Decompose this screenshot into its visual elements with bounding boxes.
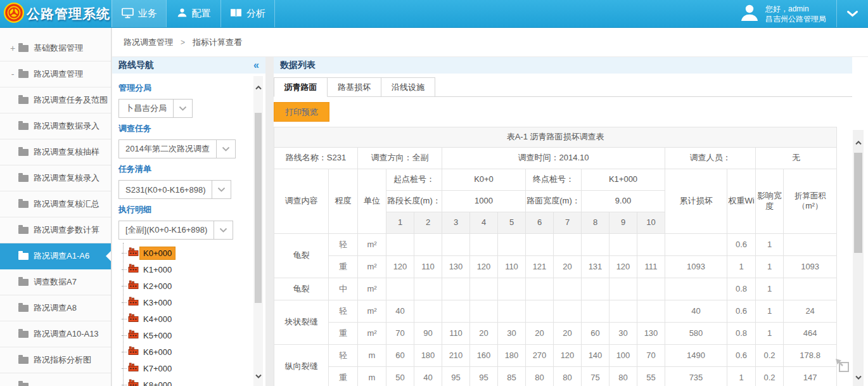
tree-item-stake[interactable]: K3+000	[122, 294, 250, 311]
folder-icon	[18, 97, 29, 104]
scrollbar-thumb[interactable]	[255, 113, 262, 303]
route-navigation-header: 路线导航 «	[112, 57, 265, 74]
tree-expander-icon[interactable]: -	[8, 69, 17, 79]
folder-icon	[18, 201, 29, 208]
tree-item-stake[interactable]: K8+000	[122, 376, 250, 386]
impact-width-cell: 1	[756, 323, 784, 345]
segment-value-cell: 100	[610, 345, 637, 367]
tree-item-stake[interactable]: K7+000	[122, 360, 250, 376]
chevron-down-icon[interactable]	[212, 181, 231, 198]
management-branch-select[interactable]: 卜昌吉分局	[118, 99, 193, 118]
print-preview-button[interactable]: 打印预览	[274, 102, 329, 122]
weight-cell: 0.6	[727, 345, 756, 367]
navbar-menu-item[interactable]: 业务	[112, 0, 166, 27]
tree-item-stake[interactable]: K1+000	[122, 261, 250, 278]
scroll-up-icon[interactable]	[255, 81, 262, 93]
sidebar-item[interactable]: 路况调查复核汇总	[0, 191, 111, 217]
user-organization: 昌吉州公路管理局	[765, 14, 826, 24]
stake-label: K5+000	[140, 330, 175, 342]
scroll-down-icon[interactable]	[855, 371, 862, 382]
navbar-menu-item[interactable]: 配置	[166, 0, 220, 27]
sidebar-item[interactable]: 路况指标分析图	[0, 347, 111, 373]
sidebar-item[interactable]: +基础数据管理	[0, 35, 111, 61]
sidebar-item[interactable]: 路况调查数据录入	[0, 113, 111, 139]
sidebar-item-label: 路况调查复核录入	[34, 172, 99, 184]
content-col-header: 调查内容	[274, 169, 329, 234]
tree-item-stake[interactable]: K2+000	[122, 278, 250, 294]
tab-active[interactable]: 沥青路面	[274, 77, 328, 97]
cumulative-col-header: 累计损坏	[665, 169, 727, 234]
navbar-menu-item[interactable]: 分析	[220, 0, 275, 27]
folder-icon	[18, 149, 29, 156]
segment-value-cell	[610, 300, 637, 323]
tree-item-stake[interactable]: K0+000	[122, 245, 250, 261]
impact-width-cell: 0.2	[756, 367, 784, 386]
segment-value-cell: 30	[610, 323, 637, 345]
segment-value-cell: 20	[526, 323, 554, 345]
tab-item[interactable]: 沿线设施	[381, 77, 435, 97]
sidebar-item[interactable]: 路况调查任务及范围	[0, 87, 111, 113]
scrollbar-thumb[interactable]	[854, 153, 862, 253]
survey-task-select[interactable]: 2014年第二次路况调查	[118, 139, 236, 158]
sidebar-item[interactable]: 调查数据A7	[0, 269, 111, 295]
sidebar-item[interactable]: 路况调查A8	[0, 295, 111, 321]
sidebar-item[interactable]: -路况调查管理	[0, 61, 111, 87]
segment-value-cell: 120	[470, 256, 498, 278]
stake-label: K4+000	[140, 313, 175, 325]
tree-item-stake[interactable]: K4+000	[122, 311, 250, 327]
task-list-select[interactable]: S231(K0+0-K16+898)	[118, 180, 231, 199]
execution-detail-select[interactable]: [全副](K0+0-K16+898)	[118, 221, 233, 240]
sidebar-item[interactable]: 路况调查复核录入	[0, 165, 111, 191]
scroll-down-icon[interactable]	[255, 370, 262, 381]
weight-cell: 1	[727, 256, 756, 278]
table-row: 龟裂中m²0.81	[274, 278, 837, 300]
weight-cell: 1	[727, 367, 756, 386]
tab-bar: 沥青路面路基损坏沿线设施	[274, 77, 852, 97]
impact-width-cell: 0.2	[756, 345, 784, 367]
unit-cell: m²	[358, 256, 386, 278]
sidebar-item[interactable]: 路况调查复核抽样	[0, 139, 111, 165]
sidebar-item[interactable]	[0, 373, 111, 386]
collapse-panel-icon[interactable]: «	[253, 60, 259, 70]
brand: 公路管理系统	[0, 0, 112, 27]
tree-connector	[122, 352, 127, 352]
scroll-up-icon[interactable]	[855, 136, 862, 148]
folder-icon	[18, 305, 29, 312]
breadcrumb-item[interactable]: 路况调查管理	[124, 37, 173, 48]
main-scrollbar[interactable]	[853, 130, 864, 386]
tree-item-stake[interactable]: K6+000	[122, 344, 250, 360]
chevron-down-icon[interactable]	[173, 100, 192, 117]
sidebar-menu: +基础数据管理-路况调查管理路况调查任务及范围路况调查数据录入路况调查复核抽样路…	[0, 28, 112, 386]
segment-value-cell: 160	[470, 345, 498, 367]
sidebar-item[interactable]: 路况调查A10-A13	[0, 321, 111, 347]
degree-cell: 重	[329, 323, 358, 345]
converted-area-cell: 464	[784, 323, 837, 345]
route-navigation-body: 管理分局卜昌吉分局调查任务2014年第二次路况调查任务清单S231(K0+0-K…	[112, 74, 265, 386]
tree-expander-icon[interactable]: +	[8, 43, 17, 53]
tree-item-stake[interactable]: K5+000	[122, 327, 250, 344]
segment-value-cell	[554, 300, 582, 323]
expand-view-icon[interactable]	[834, 357, 850, 376]
top-navbar: 公路管理系统 业务配置分析 您好，admin 昌吉州公路管理局	[0, 0, 868, 28]
breadcrumb: 路况调查管理 > 指标计算查看	[112, 28, 868, 57]
sidebar-item[interactable]: 路况调查参数计算	[0, 217, 111, 243]
route-panel-scrollbar[interactable]	[253, 76, 263, 386]
user-block[interactable]: 您好，admin 昌吉州公路管理局	[729, 0, 836, 27]
impact-width-cell: 1	[756, 300, 784, 323]
navbar-menu: 业务配置分析	[112, 0, 275, 27]
segment-value-cell	[498, 234, 526, 256]
segment-value-cell	[554, 234, 582, 256]
segment-value-cell: 20	[554, 323, 582, 345]
chevron-down-icon[interactable]	[214, 221, 233, 239]
user-menu-toggle[interactable]	[836, 0, 868, 27]
degree-cell: 中	[329, 278, 358, 300]
sidebar-item[interactable]: 路况调查A1-A6	[0, 243, 111, 269]
segment-value-cell	[498, 300, 526, 323]
sidebar-item-label: 路况调查管理	[34, 68, 83, 80]
cumulative-damage-cell	[665, 234, 727, 256]
management-branch-label: 管理分局	[118, 82, 250, 94]
tab-item[interactable]: 路基损坏	[328, 77, 381, 97]
chevron-down-icon[interactable]	[216, 140, 235, 158]
sidebar-item-label: 路况调查A8	[34, 302, 77, 314]
converted-area-cell	[784, 234, 837, 256]
